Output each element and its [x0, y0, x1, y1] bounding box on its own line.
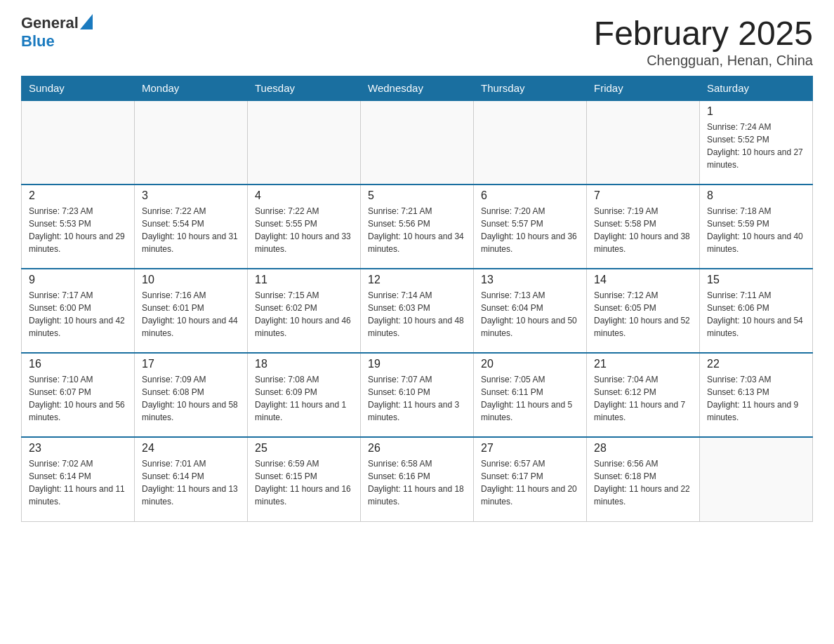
logo-general-text: General: [21, 14, 79, 32]
calendar-cell: 15Sunrise: 7:11 AM Sunset: 6:06 PM Dayli…: [700, 269, 813, 353]
day-info: Sunrise: 7:13 AM Sunset: 6:04 PM Dayligh…: [481, 289, 579, 340]
calendar-cell: [22, 100, 135, 185]
day-info: Sunrise: 7:16 AM Sunset: 6:01 PM Dayligh…: [142, 289, 240, 340]
day-number: 25: [255, 442, 353, 455]
calendar-header-sunday: Sunday: [22, 76, 135, 101]
page-header: General Blue February 2025 Chengguan, He…: [21, 14, 813, 69]
day-info: Sunrise: 6:59 AM Sunset: 6:15 PM Dayligh…: [255, 457, 353, 508]
day-number: 11: [255, 274, 353, 286]
day-number: 21: [594, 358, 692, 370]
day-info: Sunrise: 7:05 AM Sunset: 6:11 PM Dayligh…: [481, 373, 579, 424]
day-number: 22: [707, 358, 805, 370]
day-info: Sunrise: 7:22 AM Sunset: 5:54 PM Dayligh…: [142, 205, 240, 255]
month-title: February 2025: [594, 14, 813, 53]
day-number: 26: [368, 442, 466, 455]
day-number: 4: [255, 189, 353, 202]
calendar-cell: 2Sunrise: 7:23 AM Sunset: 5:53 PM Daylig…: [22, 185, 135, 269]
calendar-cell: 9Sunrise: 7:17 AM Sunset: 6:00 PM Daylig…: [22, 269, 135, 353]
calendar-cell: 10Sunrise: 7:16 AM Sunset: 6:01 PM Dayli…: [135, 269, 248, 353]
day-info: Sunrise: 7:24 AM Sunset: 5:52 PM Dayligh…: [707, 121, 805, 171]
calendar-week-row: 1Sunrise: 7:24 AM Sunset: 5:52 PM Daylig…: [22, 100, 813, 185]
calendar-cell: 7Sunrise: 7:19 AM Sunset: 5:58 PM Daylig…: [587, 185, 700, 269]
calendar-cell: 24Sunrise: 7:01 AM Sunset: 6:14 PM Dayli…: [135, 437, 248, 521]
day-number: 3: [142, 189, 240, 202]
calendar-cell: [700, 437, 813, 521]
logo-triangle-icon: [80, 14, 93, 29]
day-info: Sunrise: 7:07 AM Sunset: 6:10 PM Dayligh…: [368, 373, 466, 424]
day-number: 24: [142, 442, 240, 455]
location-title: Chengguan, Henan, China: [594, 53, 813, 69]
day-number: 12: [368, 274, 466, 286]
day-info: Sunrise: 7:15 AM Sunset: 6:02 PM Dayligh…: [255, 289, 353, 340]
calendar-cell: 23Sunrise: 7:02 AM Sunset: 6:14 PM Dayli…: [22, 437, 135, 521]
title-block: February 2025 Chengguan, Henan, China: [594, 14, 813, 69]
day-info: Sunrise: 7:19 AM Sunset: 5:58 PM Dayligh…: [594, 205, 692, 255]
day-info: Sunrise: 7:12 AM Sunset: 6:05 PM Dayligh…: [594, 289, 692, 340]
calendar-cell: [248, 100, 361, 185]
day-number: 16: [29, 358, 127, 370]
calendar-week-row: 23Sunrise: 7:02 AM Sunset: 6:14 PM Dayli…: [22, 437, 813, 521]
svg-marker-0: [80, 14, 93, 29]
calendar-cell: 18Sunrise: 7:08 AM Sunset: 6:09 PM Dayli…: [248, 353, 361, 437]
calendar-header-thursday: Thursday: [474, 76, 587, 101]
logo: General Blue: [21, 14, 93, 51]
calendar-cell: 4Sunrise: 7:22 AM Sunset: 5:55 PM Daylig…: [248, 185, 361, 269]
day-info: Sunrise: 7:04 AM Sunset: 6:12 PM Dayligh…: [594, 373, 692, 424]
day-info: Sunrise: 7:08 AM Sunset: 6:09 PM Dayligh…: [255, 373, 353, 424]
calendar-header-monday: Monday: [135, 76, 248, 101]
day-info: Sunrise: 7:18 AM Sunset: 5:59 PM Dayligh…: [707, 205, 805, 255]
day-info: Sunrise: 7:01 AM Sunset: 6:14 PM Dayligh…: [142, 457, 240, 508]
day-number: 23: [29, 442, 127, 455]
calendar-cell: 27Sunrise: 6:57 AM Sunset: 6:17 PM Dayli…: [474, 437, 587, 521]
day-number: 28: [594, 442, 692, 455]
day-number: 8: [707, 189, 805, 202]
day-info: Sunrise: 7:23 AM Sunset: 5:53 PM Dayligh…: [29, 205, 127, 255]
calendar-table: SundayMondayTuesdayWednesdayThursdayFrid…: [21, 76, 813, 522]
calendar-cell: [474, 100, 587, 185]
calendar-cell: 17Sunrise: 7:09 AM Sunset: 6:08 PM Dayli…: [135, 353, 248, 437]
day-number: 7: [594, 189, 692, 202]
calendar-cell: 21Sunrise: 7:04 AM Sunset: 6:12 PM Dayli…: [587, 353, 700, 437]
day-info: Sunrise: 7:09 AM Sunset: 6:08 PM Dayligh…: [142, 373, 240, 424]
day-number: 18: [255, 358, 353, 370]
calendar-cell: 8Sunrise: 7:18 AM Sunset: 5:59 PM Daylig…: [700, 185, 813, 269]
day-info: Sunrise: 6:57 AM Sunset: 6:17 PM Dayligh…: [481, 457, 579, 508]
calendar-header-tuesday: Tuesday: [248, 76, 361, 101]
day-number: 1: [707, 105, 805, 118]
day-number: 19: [368, 358, 466, 370]
day-info: Sunrise: 7:11 AM Sunset: 6:06 PM Dayligh…: [707, 289, 805, 340]
day-number: 9: [29, 274, 127, 286]
day-info: Sunrise: 6:58 AM Sunset: 6:16 PM Dayligh…: [368, 457, 466, 508]
calendar-cell: 22Sunrise: 7:03 AM Sunset: 6:13 PM Dayli…: [700, 353, 813, 437]
day-info: Sunrise: 7:20 AM Sunset: 5:57 PM Dayligh…: [481, 205, 579, 255]
day-number: 14: [594, 274, 692, 286]
calendar-cell: 5Sunrise: 7:21 AM Sunset: 5:56 PM Daylig…: [361, 185, 474, 269]
calendar-cell: 28Sunrise: 6:56 AM Sunset: 6:18 PM Dayli…: [587, 437, 700, 521]
day-number: 15: [707, 274, 805, 286]
calendar-header-friday: Friday: [587, 76, 700, 101]
day-number: 10: [142, 274, 240, 286]
calendar-cell: 3Sunrise: 7:22 AM Sunset: 5:54 PM Daylig…: [135, 185, 248, 269]
calendar-cell: 25Sunrise: 6:59 AM Sunset: 6:15 PM Dayli…: [248, 437, 361, 521]
calendar-cell: 14Sunrise: 7:12 AM Sunset: 6:05 PM Dayli…: [587, 269, 700, 353]
calendar-header-saturday: Saturday: [700, 76, 813, 101]
day-info: Sunrise: 7:10 AM Sunset: 6:07 PM Dayligh…: [29, 373, 127, 424]
day-number: 6: [481, 189, 579, 202]
calendar-cell: 13Sunrise: 7:13 AM Sunset: 6:04 PM Dayli…: [474, 269, 587, 353]
day-number: 13: [481, 274, 579, 286]
day-info: Sunrise: 6:56 AM Sunset: 6:18 PM Dayligh…: [594, 457, 692, 508]
day-number: 5: [368, 189, 466, 202]
day-info: Sunrise: 7:14 AM Sunset: 6:03 PM Dayligh…: [368, 289, 466, 340]
calendar-cell: 20Sunrise: 7:05 AM Sunset: 6:11 PM Dayli…: [474, 353, 587, 437]
calendar-cell: [587, 100, 700, 185]
day-info: Sunrise: 7:03 AM Sunset: 6:13 PM Dayligh…: [707, 373, 805, 424]
calendar-cell: 11Sunrise: 7:15 AM Sunset: 6:02 PM Dayli…: [248, 269, 361, 353]
calendar-week-row: 16Sunrise: 7:10 AM Sunset: 6:07 PM Dayli…: [22, 353, 813, 437]
calendar-header-row: SundayMondayTuesdayWednesdayThursdayFrid…: [22, 76, 813, 101]
day-info: Sunrise: 7:02 AM Sunset: 6:14 PM Dayligh…: [29, 457, 127, 508]
calendar-week-row: 9Sunrise: 7:17 AM Sunset: 6:00 PM Daylig…: [22, 269, 813, 353]
calendar-week-row: 2Sunrise: 7:23 AM Sunset: 5:53 PM Daylig…: [22, 185, 813, 269]
day-number: 20: [481, 358, 579, 370]
calendar-header-wednesday: Wednesday: [361, 76, 474, 101]
calendar-cell: 19Sunrise: 7:07 AM Sunset: 6:10 PM Dayli…: [361, 353, 474, 437]
